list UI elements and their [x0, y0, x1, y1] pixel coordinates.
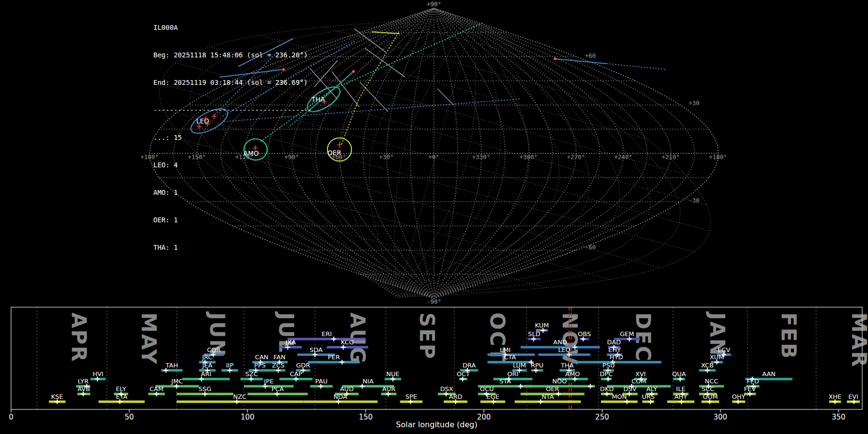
shower-code-label: CQR [207, 346, 220, 353]
lon-label: +60° [332, 153, 346, 161]
lon-label: +330° [472, 153, 490, 161]
axis-tick-label: 100 [241, 413, 255, 421]
shower-code-label: ECV [718, 346, 730, 353]
shower-code-label: ARI [201, 370, 212, 378]
meteor-trail-dotted [341, 33, 398, 145]
shower-code-label: KSE [51, 393, 63, 400]
sporadic-meteor-trail [360, 82, 388, 112]
shower-peak-marker [339, 360, 344, 365]
lon-label: +0° [428, 153, 439, 161]
shower-code-label: CTA [504, 353, 516, 361]
shower-code-label: DSX [440, 385, 453, 393]
month-label-feb: FEB [777, 312, 800, 360]
shower-bar-noo [524, 385, 595, 388]
shower-code-label: NDA [334, 393, 348, 400]
shower-code-label: AVB [78, 385, 90, 393]
shower-code-label: PCA [271, 385, 284, 393]
shower-code-label: TAH [165, 362, 178, 369]
shower-code-label: HYD [610, 353, 623, 361]
month-label-apr: APR [67, 312, 91, 363]
shower-bar-per [308, 361, 360, 364]
observation-header: IL000A Beg: 20251118 15:48:06 (sol = 236… [153, 5, 312, 271]
shower-bar-hyd [571, 361, 661, 364]
lon-label: +180° [709, 153, 727, 161]
lon-label: +210° [662, 153, 680, 161]
shower-code-label: GDR [296, 362, 310, 369]
shower-code-label: RPU [531, 362, 543, 369]
grid2-meridian [397, 17, 717, 363]
shower-code-label: DRA [462, 362, 476, 369]
shower-code-label: EHY [608, 346, 621, 353]
shower-code-label: QUA [672, 370, 686, 378]
sporadic-meteor-trail [332, 71, 359, 107]
shower-code-label: JMC [171, 378, 183, 385]
count-leo: LEO: 4 [153, 161, 312, 170]
shower-code-label: NCC [705, 378, 719, 385]
shower-code-label: XHE [828, 393, 841, 400]
shower-code-label: IIP [226, 362, 234, 369]
shower-code-label: XCB [701, 362, 714, 369]
shower-code-label: OHY [732, 393, 746, 400]
lat-label: +30 [689, 99, 700, 107]
shower-code-label: AMO [565, 370, 580, 378]
shower-peak-marker [518, 384, 523, 389]
shower-code-label: PER [328, 353, 340, 361]
shower-code-label: KCG [341, 339, 354, 346]
shower-code-label: ERI [322, 330, 332, 338]
meteor-radiant-dashboard: LEOTHAAMOOER+180°+150°+120°+90°+60°+30°+… [0, 0, 868, 434]
lon-label: +270° [567, 153, 585, 161]
begin-time: Beg: 20251118 15:48:06 (sol = 236.20°) [153, 51, 312, 60]
sporadic-meteor-trail [365, 48, 405, 77]
shower-code-label: ETA [116, 393, 127, 400]
shower-code-label: SZC [245, 370, 258, 378]
red-dot [352, 70, 354, 72]
shower-code-label: FEV [744, 385, 756, 393]
shower-code-label: PAU [315, 378, 327, 385]
shower-code-label: SDA [310, 346, 323, 353]
x-axis: 050100150200250300350Solar longitude (de… [9, 409, 845, 429]
shower-code-label: COM [631, 378, 646, 385]
shower-code-label: OBS [578, 330, 591, 338]
shower-code-label: XVI [636, 370, 646, 378]
shower-code-label: SLD [528, 330, 541, 338]
shower-code-label: KUM [535, 322, 549, 329]
month-label-may: MAY [137, 312, 161, 366]
shower-code-label: JEA [202, 362, 212, 369]
grid2-parallel [395, 21, 538, 59]
shower-code-label: SSG [199, 385, 212, 393]
count-sporadic: ...: 15 [153, 133, 312, 142]
shower-code-label: AUD [340, 385, 353, 393]
lat-label: -60 [585, 244, 596, 251]
shower-bar-nta [515, 401, 581, 403]
shower-code-label: JRC [202, 353, 212, 361]
shower-code-label: AND [553, 339, 567, 346]
month-label-dec: DEC [631, 312, 655, 362]
lon-label: +30° [379, 153, 393, 161]
shower-code-label: PSU [602, 362, 615, 369]
axis-tick-label: 300 [714, 413, 728, 421]
shower-code-label: DAD [607, 339, 621, 346]
shower-code-label: FAN [273, 353, 285, 361]
shower-code-label: GUM [703, 393, 718, 400]
shower-bar-mon [601, 401, 637, 403]
shower-bar-eri [288, 338, 366, 340]
shower-bar-kcg [327, 346, 368, 349]
shower-code-label: STA [500, 378, 511, 385]
shower-bar-nzc [176, 401, 303, 403]
shower-bar-leo [538, 353, 590, 356]
shower-code-label: AAN [762, 370, 775, 378]
axis-tick-label: 200 [477, 413, 491, 421]
shower-code-label: CAM [149, 385, 163, 393]
shower-code-label: CAP [290, 370, 302, 378]
shower-code-label: NIA [363, 378, 374, 385]
x-axis-title: Solar longitude (deg) [396, 420, 477, 429]
shower-code-label: DSV [624, 385, 637, 393]
shower-code-label: OCT [457, 370, 470, 378]
shower-code-label: ALY [646, 385, 657, 393]
shower-code-label: SCC [702, 385, 714, 393]
shower-code-label: OER [546, 385, 559, 393]
month-label-sep: SEP [415, 312, 439, 360]
shower-code-label: CAN [255, 353, 269, 361]
count-oer: OER: 1 [153, 216, 312, 225]
shower-code-label: SPE [406, 393, 417, 400]
